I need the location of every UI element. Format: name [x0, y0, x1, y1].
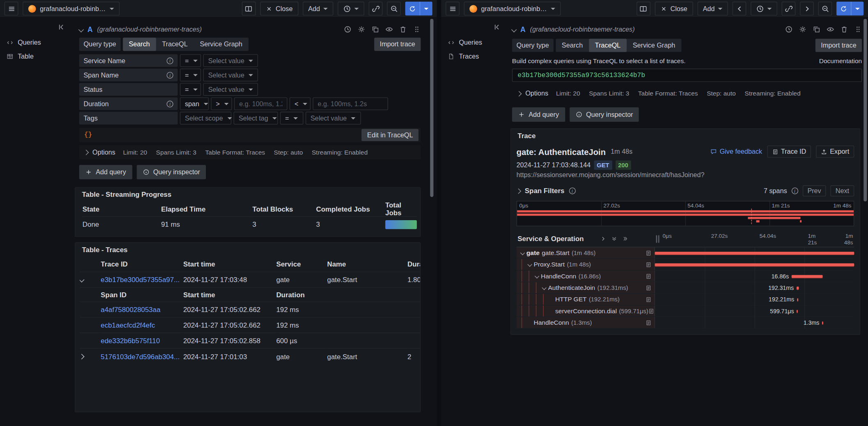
duration-min-input[interactable]: [234, 98, 288, 110]
status-op-select[interactable]: =: [180, 83, 201, 96]
span-name-cell[interactable]: Proxy.Start (1m 48s): [516, 259, 655, 270]
span-name-cell[interactable]: gate gate.Start (1m 48s): [516, 247, 655, 258]
history-icon[interactable]: [344, 25, 352, 33]
eye-icon[interactable]: [385, 25, 393, 33]
collapse-outline-button[interactable]: [57, 22, 66, 32]
span-track[interactable]: [655, 247, 854, 258]
col-header-blocks[interactable]: Total Blocks: [252, 202, 316, 216]
span-track[interactable]: 192.21ms: [655, 294, 854, 305]
time-picker-button[interactable]: [338, 2, 364, 16]
span-id-link[interactable]: ecb1aecfcd2f4efc: [101, 321, 155, 329]
span-row[interactable]: AuthenticateJoin (192.31ms) 192.31ms: [516, 282, 854, 294]
time-shift-forward-button[interactable]: [800, 2, 814, 16]
sidebar-item-queries[interactable]: Queries: [7, 35, 67, 49]
copy-link-button[interactable]: [369, 2, 383, 16]
collapse-all-icon[interactable]: [611, 236, 617, 242]
span-name-cell[interactable]: HTTP GET (192.21ms): [516, 294, 655, 305]
traceql-editor[interactable]: e3b17be300d57355a973c56133624b7b: [512, 68, 862, 82]
info-icon[interactable]: i: [569, 187, 576, 194]
sidebar-item-traces[interactable]: Traces: [448, 49, 503, 63]
col-header-name[interactable]: Name: [327, 257, 408, 272]
span-name-value-select[interactable]: Select value: [203, 68, 258, 81]
tab-service-graph[interactable]: Service Graph: [194, 38, 248, 51]
pane-divider[interactable]: [437, 0, 441, 426]
sidebar-item-table[interactable]: Table: [7, 49, 67, 63]
tab-traceql[interactable]: TraceQL: [156, 38, 194, 51]
trash-icon[interactable]: [841, 25, 848, 33]
time-shift-back-button[interactable]: [732, 2, 746, 16]
refresh-icon[interactable]: [405, 2, 420, 16]
service-name-value-select[interactable]: Select value: [203, 54, 258, 67]
row-expander[interactable]: [80, 348, 101, 364]
refresh-icon[interactable]: [836, 2, 851, 16]
tab-traceql[interactable]: TraceQL: [589, 39, 627, 52]
zoom-out-button[interactable]: [818, 2, 832, 16]
service-name-op-select[interactable]: =: [180, 54, 201, 67]
add-query-button[interactable]: Add query: [512, 107, 565, 122]
edit-in-traceql-button[interactable]: Edit in TraceQL: [362, 129, 419, 141]
close-split-button[interactable]: Close: [260, 2, 298, 16]
history-icon[interactable]: [785, 25, 793, 33]
span-track[interactable]: 16.86s: [655, 271, 854, 282]
collapse-span-icon[interactable]: [535, 274, 539, 278]
run-query-button[interactable]: [405, 2, 432, 16]
col-header-service[interactable]: Service: [276, 257, 327, 272]
run-query-dropdown[interactable]: [420, 2, 432, 16]
duration-scope-select[interactable]: span: [180, 98, 209, 110]
duration-max-input[interactable]: [313, 98, 388, 110]
span-id-link[interactable]: a4af7580028053aa: [101, 306, 160, 314]
span-track[interactable]: 1.3ms: [655, 317, 854, 328]
expand-one-icon[interactable]: [600, 236, 606, 242]
run-query-dropdown[interactable]: [851, 2, 863, 16]
span-detail-icon[interactable]: [646, 273, 652, 279]
span-row[interactable]: serverConnection.dial (599.71μs) 599.71μ…: [516, 305, 854, 317]
collapse-span-icon[interactable]: [542, 285, 546, 290]
duration-gt-select[interactable]: >: [211, 98, 232, 110]
span-name-cell[interactable]: AuthenticateJoin (192.31ms): [516, 282, 655, 293]
duplicate-icon[interactable]: [372, 25, 379, 33]
query-inspector-button[interactable]: Query inspector: [137, 165, 206, 179]
gear-icon[interactable]: [358, 25, 365, 33]
query-inspector-button[interactable]: Query inspector: [569, 107, 639, 122]
zoom-out-button[interactable]: [387, 2, 401, 16]
span-detail-icon[interactable]: [646, 285, 652, 291]
menu-button[interactable]: [445, 2, 459, 16]
collapse-query-icon[interactable]: [511, 27, 516, 32]
col-header-duration[interactable]: Duration: [407, 257, 420, 272]
prev-button[interactable]: Prev: [802, 185, 826, 196]
menu-button[interactable]: [5, 2, 18, 16]
duplicate-icon[interactable]: [813, 25, 820, 33]
collapse-query-icon[interactable]: [78, 27, 84, 32]
column-resizer[interactable]: [655, 235, 660, 243]
span-name-cell[interactable]: serverConnection.dial (599.71μs): [516, 305, 655, 317]
span-detail-icon[interactable]: [646, 262, 652, 268]
col-header-completed[interactable]: Completed Jobs: [316, 202, 386, 216]
span-detail-icon[interactable]: [646, 319, 652, 326]
export-button[interactable]: Export: [816, 146, 854, 158]
next-button[interactable]: Next: [831, 185, 854, 196]
duration-lt-select[interactable]: <: [290, 98, 311, 110]
drag-handle-icon[interactable]: [854, 25, 862, 33]
import-trace-button[interactable]: Import trace: [374, 38, 420, 51]
span-detail-icon[interactable]: [646, 296, 652, 303]
gear-icon[interactable]: [799, 25, 806, 33]
trash-icon[interactable]: [399, 25, 407, 33]
give-feedback-link[interactable]: Give feedback: [710, 148, 762, 155]
collapse-span-icon[interactable]: [528, 262, 532, 267]
span-detail-icon[interactable]: [648, 308, 654, 314]
import-trace-button[interactable]: Import trace: [815, 39, 862, 52]
col-header-total[interactable]: Total Jobs: [385, 202, 417, 216]
split-view-button[interactable]: [242, 2, 256, 16]
add-query-button[interactable]: Add query: [79, 165, 132, 179]
expand-all-icon[interactable]: [622, 236, 628, 242]
status-value-select[interactable]: Select value: [203, 83, 258, 96]
run-query-button[interactable]: [836, 2, 863, 16]
trace-minimap[interactable]: 0μs 27.02s 54.04s 1m 21s 1m 48s: [516, 201, 854, 226]
info-icon[interactable]: i: [791, 187, 798, 194]
row-expander[interactable]: [80, 272, 101, 287]
span-name-op-select[interactable]: =: [180, 68, 201, 81]
span-row[interactable]: HandleConn (16.86s) 16.86s: [516, 271, 854, 282]
documentation-link[interactable]: Documentation: [819, 57, 862, 64]
query-options-row[interactable]: Options Limit: 20 Spans Limit: 3 Table F…: [512, 87, 862, 101]
span-detail-icon[interactable]: [646, 250, 652, 256]
